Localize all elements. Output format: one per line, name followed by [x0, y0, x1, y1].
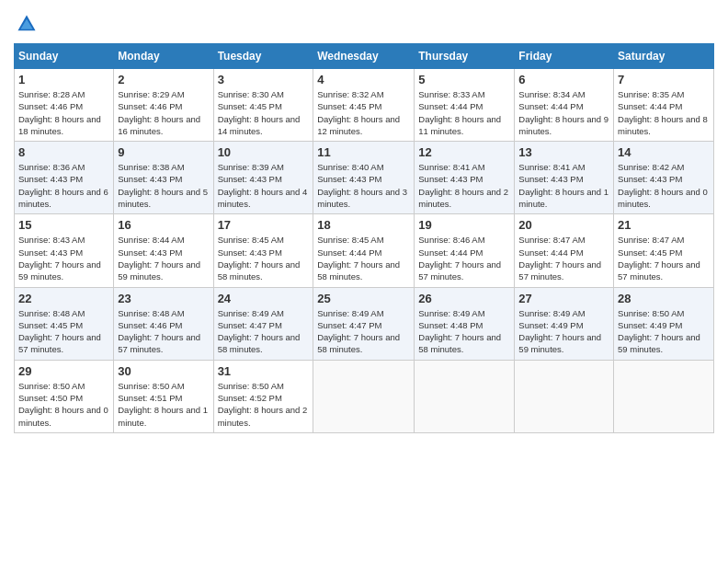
column-header-monday: Monday: [114, 44, 213, 69]
day-number: 19: [418, 218, 510, 232]
calendar-cell: 11 Sunrise: 8:40 AMSunset: 4:43 PMDaylig…: [313, 142, 415, 214]
day-detail: Sunrise: 8:50 AMSunset: 4:52 PMDaylight:…: [218, 381, 308, 428]
calendar-week-3: 15 Sunrise: 8:43 AMSunset: 4:43 PMDaylig…: [15, 214, 714, 287]
day-detail: Sunrise: 8:32 AMSunset: 4:45 PMDaylight:…: [317, 89, 400, 136]
day-number: 3: [218, 73, 310, 86]
calendar-cell: 25 Sunrise: 8:49 AMSunset: 4:47 PMDaylig…: [313, 287, 415, 360]
day-detail: Sunrise: 8:33 AMSunset: 4:44 PMDaylight:…: [418, 89, 501, 136]
day-number: 20: [518, 218, 609, 232]
day-detail: Sunrise: 8:49 AMSunset: 4:49 PMDaylight:…: [518, 308, 601, 355]
calendar-cell: 30 Sunrise: 8:50 AMSunset: 4:51 PMDaylig…: [114, 360, 213, 432]
calendar-cell: 4 Sunrise: 8:32 AMSunset: 4:45 PMDayligh…: [313, 69, 415, 142]
day-number: 15: [18, 218, 109, 232]
day-detail: Sunrise: 8:49 AMSunset: 4:47 PMDaylight:…: [317, 308, 400, 355]
day-detail: Sunrise: 8:40 AMSunset: 4:43 PMDaylight:…: [317, 162, 407, 209]
day-number: 14: [618, 145, 710, 159]
column-header-friday: Friday: [515, 44, 614, 69]
day-number: 26: [418, 292, 510, 305]
calendar-cell: 17 Sunrise: 8:45 AMSunset: 4:43 PMDaylig…: [213, 214, 313, 287]
day-detail: Sunrise: 8:43 AMSunset: 4:43 PMDaylight:…: [18, 235, 101, 282]
column-header-thursday: Thursday: [415, 44, 515, 69]
day-number: 17: [218, 218, 310, 232]
day-detail: Sunrise: 8:29 AMSunset: 4:46 PMDaylight:…: [118, 89, 200, 136]
calendar-cell: 26 Sunrise: 8:49 AMSunset: 4:48 PMDaylig…: [415, 287, 515, 360]
calendar-cell: 22 Sunrise: 8:48 AMSunset: 4:45 PMDaylig…: [15, 287, 114, 360]
calendar-cell: 24 Sunrise: 8:49 AMSunset: 4:47 PMDaylig…: [213, 287, 313, 360]
calendar-cell: 31 Sunrise: 8:50 AMSunset: 4:52 PMDaylig…: [213, 360, 313, 432]
column-header-wednesday: Wednesday: [313, 44, 415, 69]
calendar-week-5: 29 Sunrise: 8:50 AMSunset: 4:50 PMDaylig…: [15, 360, 714, 432]
day-detail: Sunrise: 8:44 AMSunset: 4:43 PMDaylight:…: [118, 235, 200, 282]
day-detail: Sunrise: 8:46 AMSunset: 4:44 PMDaylight:…: [418, 235, 501, 282]
calendar-cell: 20 Sunrise: 8:47 AMSunset: 4:44 PMDaylig…: [515, 214, 614, 287]
day-number: 30: [118, 364, 209, 378]
day-number: 18: [317, 218, 410, 232]
day-number: 28: [618, 292, 710, 305]
day-number: 31: [218, 364, 310, 378]
day-detail: Sunrise: 8:50 AMSunset: 4:49 PMDaylight:…: [618, 308, 700, 355]
calendar-week-4: 22 Sunrise: 8:48 AMSunset: 4:45 PMDaylig…: [15, 287, 714, 360]
logo-icon: [17, 14, 37, 34]
calendar-cell: 7 Sunrise: 8:35 AMSunset: 4:44 PMDayligh…: [614, 69, 714, 142]
calendar-cell: 23 Sunrise: 8:48 AMSunset: 4:46 PMDaylig…: [114, 287, 213, 360]
calendar-cell: 18 Sunrise: 8:45 AMSunset: 4:44 PMDaylig…: [313, 214, 415, 287]
day-detail: Sunrise: 8:28 AMSunset: 4:46 PMDaylight:…: [18, 89, 101, 136]
calendar-cell: 28 Sunrise: 8:50 AMSunset: 4:49 PMDaylig…: [614, 287, 714, 360]
day-number: 22: [18, 292, 109, 305]
day-detail: Sunrise: 8:48 AMSunset: 4:45 PMDaylight:…: [18, 308, 101, 355]
day-number: 11: [317, 145, 410, 159]
calendar-cell: 19 Sunrise: 8:46 AMSunset: 4:44 PMDaylig…: [415, 214, 515, 287]
calendar-cell: 6 Sunrise: 8:34 AMSunset: 4:44 PMDayligh…: [515, 69, 614, 142]
day-detail: Sunrise: 8:45 AMSunset: 4:43 PMDaylight:…: [218, 235, 301, 282]
calendar-cell: [415, 360, 515, 432]
day-detail: Sunrise: 8:30 AMSunset: 4:45 PMDaylight:…: [218, 89, 301, 136]
calendar-header-row: SundayMondayTuesdayWednesdayThursdayFrid…: [15, 44, 714, 69]
column-header-sunday: Sunday: [15, 44, 114, 69]
day-number: 13: [518, 145, 609, 159]
day-number: 2: [118, 73, 209, 86]
day-detail: Sunrise: 8:36 AMSunset: 4:43 PMDaylight:…: [18, 162, 108, 209]
calendar-cell: [313, 360, 415, 432]
calendar-cell: 29 Sunrise: 8:50 AMSunset: 4:50 PMDaylig…: [15, 360, 114, 432]
day-detail: Sunrise: 8:47 AMSunset: 4:45 PMDaylight:…: [618, 235, 700, 282]
day-detail: Sunrise: 8:45 AMSunset: 4:44 PMDaylight:…: [317, 235, 400, 282]
day-detail: Sunrise: 8:48 AMSunset: 4:46 PMDaylight:…: [118, 308, 200, 355]
calendar-cell: [515, 360, 614, 432]
calendar-cell: 16 Sunrise: 8:44 AMSunset: 4:43 PMDaylig…: [114, 214, 213, 287]
column-header-saturday: Saturday: [614, 44, 714, 69]
day-number: 21: [618, 218, 710, 232]
day-detail: Sunrise: 8:38 AMSunset: 4:43 PMDaylight:…: [118, 162, 208, 209]
calendar-cell: 13 Sunrise: 8:41 AMSunset: 4:43 PMDaylig…: [515, 142, 614, 214]
calendar-week-2: 8 Sunrise: 8:36 AMSunset: 4:43 PMDayligh…: [15, 142, 714, 214]
calendar-table: SundayMondayTuesdayWednesdayThursdayFrid…: [14, 43, 714, 433]
calendar-cell: 1 Sunrise: 8:28 AMSunset: 4:46 PMDayligh…: [15, 69, 114, 142]
day-number: 12: [418, 145, 510, 159]
calendar-week-1: 1 Sunrise: 8:28 AMSunset: 4:46 PMDayligh…: [15, 69, 714, 142]
day-number: 1: [18, 73, 109, 86]
page: SundayMondayTuesdayWednesdayThursdayFrid…: [0, 0, 728, 563]
day-detail: Sunrise: 8:34 AMSunset: 4:44 PMDaylight:…: [518, 89, 609, 136]
column-header-tuesday: Tuesday: [213, 44, 313, 69]
day-detail: Sunrise: 8:41 AMSunset: 4:43 PMDaylight:…: [418, 162, 508, 209]
day-detail: Sunrise: 8:49 AMSunset: 4:48 PMDaylight:…: [418, 308, 501, 355]
day-number: 9: [118, 145, 209, 159]
day-number: 4: [317, 73, 410, 86]
day-detail: Sunrise: 8:49 AMSunset: 4:47 PMDaylight:…: [218, 308, 301, 355]
day-number: 24: [218, 292, 310, 305]
calendar-cell: 3 Sunrise: 8:30 AMSunset: 4:45 PMDayligh…: [213, 69, 313, 142]
day-detail: Sunrise: 8:39 AMSunset: 4:43 PMDaylight:…: [218, 162, 308, 209]
calendar-cell: 27 Sunrise: 8:49 AMSunset: 4:49 PMDaylig…: [515, 287, 614, 360]
day-detail: Sunrise: 8:42 AMSunset: 4:43 PMDaylight:…: [618, 162, 708, 209]
calendar-cell: 9 Sunrise: 8:38 AMSunset: 4:43 PMDayligh…: [114, 142, 213, 214]
calendar-cell: 5 Sunrise: 8:33 AMSunset: 4:44 PMDayligh…: [415, 69, 515, 142]
day-number: 10: [218, 145, 310, 159]
day-number: 6: [518, 73, 609, 86]
day-number: 16: [118, 218, 209, 232]
calendar-cell: 14 Sunrise: 8:42 AMSunset: 4:43 PMDaylig…: [614, 142, 714, 214]
day-detail: Sunrise: 8:47 AMSunset: 4:44 PMDaylight:…: [518, 235, 601, 282]
day-detail: Sunrise: 8:50 AMSunset: 4:50 PMDaylight:…: [18, 381, 108, 428]
calendar-cell: [614, 360, 714, 432]
day-number: 23: [118, 292, 209, 305]
day-number: 7: [618, 73, 710, 86]
day-number: 8: [18, 145, 109, 159]
